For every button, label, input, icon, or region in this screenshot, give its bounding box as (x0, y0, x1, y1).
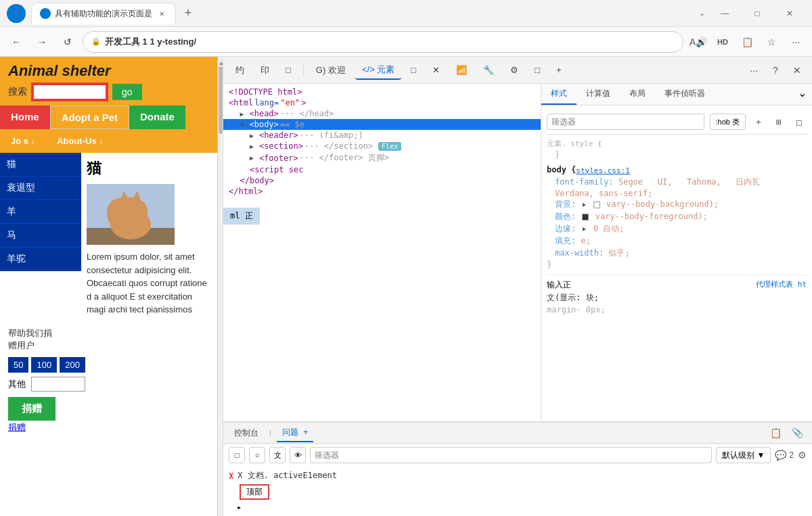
top-label[interactable]: 顶部 (240, 484, 269, 500)
search-go-button[interactable]: go (112, 84, 142, 100)
donate-button[interactable]: 捐赠 (8, 397, 55, 421)
filter-circle-btn[interactable]: ○ (249, 447, 265, 463)
tab-close-button[interactable]: ✕ (156, 8, 167, 19)
style-action-2[interactable]: ⊞ (771, 114, 786, 129)
maximize-button[interactable]: □ (742, 3, 773, 24)
devtools-tab-copy[interactable]: 印 (254, 62, 276, 79)
console-separator: | (269, 429, 271, 437)
devtools-tab-settings[interactable]: ⚙ (503, 62, 525, 78)
devtools-tab-square[interactable]: □ (528, 62, 547, 78)
console-action-2[interactable]: 📎 (788, 423, 807, 442)
donate-link[interactable]: 捐赠 (8, 422, 26, 432)
styles-tab-computed[interactable]: 计算值 (577, 84, 620, 105)
expand-arrow[interactable]: ▸ (237, 502, 242, 512)
header-expand-arrow[interactable]: ▶ (250, 132, 258, 139)
devtools-tab-welcome[interactable]: G) 欢迎 (309, 62, 353, 79)
filter-text-btn[interactable]: 文 (269, 447, 286, 463)
prop-max-width: max-width: 似乎; (547, 248, 807, 259)
styles-tab-events[interactable]: 事件侦听器 (655, 84, 715, 105)
console-actions: 📋 📎 (766, 423, 807, 442)
proxy-label: 代理样式表 ht (756, 279, 807, 291)
category-retire[interactable]: 衰退型 (0, 177, 81, 200)
refresh-button[interactable]: ↺ (57, 31, 78, 53)
styles-expand-button[interactable]: ⌄ (792, 84, 812, 105)
hd-button[interactable]: HD (712, 31, 734, 53)
html-line-body[interactable]: ▼ <body> == $e (223, 119, 541, 130)
address-bar[interactable]: 🔒 开发工具 1 1 y-testing/ (83, 31, 683, 53)
body-rule-header: body { styles.css:1 (547, 165, 807, 176)
other-amount-input[interactable] (31, 377, 85, 392)
active-tab[interactable]: 具有辅助功能的演示页面是 ✕ (31, 3, 176, 24)
html-line-head[interactable]: ▶ <head> ··· </head> (223, 108, 541, 119)
filter-level-button[interactable]: 默认级别 ▼ (716, 447, 771, 463)
styles-panel: 样式 计算值 布局 事件侦听器 ⌄ :hob 类 + ⊞ □ (541, 84, 812, 421)
read-aloud-button[interactable]: A🔊 (687, 31, 709, 53)
nav-donate[interactable]: Donate (129, 105, 185, 129)
html-line-body-close[interactable]: </body> (223, 175, 541, 186)
head-expand-arrow[interactable]: ▶ (240, 110, 248, 118)
nav-home[interactable]: Home (0, 105, 50, 129)
category-sheep[interactable]: 羊 (0, 200, 81, 224)
devtools-more-button[interactable]: ··· (744, 61, 763, 80)
amount-100-button[interactable]: 100 (31, 357, 57, 373)
devtools-tab-pin[interactable]: 约 (229, 62, 251, 79)
devtools-help-button[interactable]: ? (766, 61, 785, 80)
scrollbar-track[interactable]: ▲ (218, 57, 223, 516)
collections-button[interactable]: 📋 (736, 31, 758, 53)
close-window-button[interactable]: ✕ (774, 3, 805, 24)
minimize-button[interactable]: — (709, 3, 740, 24)
html-line-header[interactable]: ▶ <header> ··· (fi&amp;) (223, 130, 541, 141)
styles-tabs: 样式 计算值 布局 事件侦听器 ⌄ (541, 84, 812, 105)
nav-jos[interactable]: Jo s ↓ (0, 131, 46, 151)
devtools-tab-icon2[interactable]: ✕ (426, 62, 447, 78)
issues-tab[interactable]: 问题 + (277, 424, 313, 442)
devtools-tab-icon1[interactable]: □ (404, 62, 423, 78)
category-cat[interactable]: 猫 (0, 153, 81, 177)
styles-tab-styles[interactable]: 样式 (541, 84, 577, 105)
category-camel[interactable]: 羊驼 (0, 248, 81, 271)
styles-filter-input[interactable] (547, 114, 704, 130)
section-expand-arrow[interactable]: ▶ (250, 143, 258, 150)
forward-button[interactable]: → (31, 31, 53, 53)
search-input[interactable] (32, 84, 107, 100)
devtools-tab-tools[interactable]: 🔧 (476, 62, 501, 78)
styles-tab-layout[interactable]: 布局 (620, 84, 655, 105)
scrollbar-thumb[interactable] (219, 66, 223, 134)
pseudo-class-button[interactable]: :hob 类 (710, 114, 746, 130)
amount-50-button[interactable]: 50 (8, 357, 28, 373)
site-bottom: 帮助我们捐 赠用户 50 100 200 其他 捐赠 捐赠 (0, 322, 217, 439)
favorites-button[interactable]: ☆ (761, 31, 782, 53)
more-button[interactable]: ··· (785, 31, 807, 53)
body-source[interactable]: styles.css:1 (576, 166, 629, 175)
style-action-3[interactable]: □ (792, 114, 807, 129)
devtools-tab-plus[interactable]: + (549, 62, 568, 78)
html-line-section[interactable]: ▶ <section> ··· </section> Flex (223, 141, 541, 151)
category-horse[interactable]: 马 (0, 224, 81, 248)
filter-eye-btn[interactable]: 👁 (290, 447, 306, 463)
nav-about[interactable]: About-Us ↓ (46, 131, 114, 151)
devtools-tab-elements[interactable]: </> 元素 (355, 61, 401, 80)
devtools-tab-dock[interactable]: □ (279, 62, 298, 78)
html-line-html-close[interactable]: </html> (223, 186, 541, 197)
window-menu-button[interactable]: ⌄ (696, 9, 708, 18)
filter-block-btn[interactable]: □ (229, 447, 245, 463)
body-expand-arrow[interactable]: ▼ (240, 121, 248, 128)
devtools-tab-wifi[interactable]: 📶 (449, 62, 474, 78)
html-line-footer[interactable]: ▶ <footer> ··· </footer> 页脚> (223, 151, 541, 164)
nav-adopt[interactable]: Adopt a Pet (50, 105, 129, 129)
new-tab-button[interactable]: + (179, 4, 198, 23)
devtools-close-button[interactable]: ✕ (788, 61, 807, 80)
back-button[interactable]: ← (5, 31, 27, 53)
footer-expand-arrow[interactable]: ▶ (250, 154, 258, 162)
html-line-doctype[interactable]: <!DOCTYPE html> (223, 87, 541, 97)
scroll-up-arrow[interactable]: ▲ (219, 60, 223, 64)
console-action-1[interactable]: 📋 (766, 423, 785, 442)
console-tab[interactable]: 控制台 (229, 425, 264, 442)
html-line-script[interactable]: <script sec (223, 164, 541, 175)
html-line-html[interactable]: <html lang="en"> (223, 97, 541, 108)
amount-200-button[interactable]: 200 (60, 357, 85, 373)
add-style-button[interactable]: + (751, 114, 766, 129)
address-text: 开发工具 1 1 y-testing/ (105, 36, 196, 48)
filter-gear-button[interactable]: ⚙ (798, 450, 807, 461)
filter-input[interactable] (310, 447, 712, 463)
